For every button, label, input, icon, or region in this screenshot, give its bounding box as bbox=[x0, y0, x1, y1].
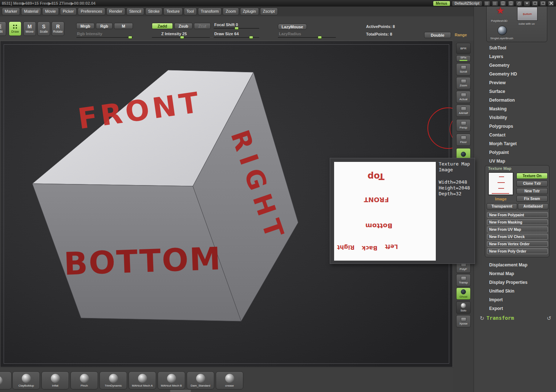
menu-transform[interactable]: Transform bbox=[198, 8, 222, 15]
aahalf-button[interactable]: AAHalf bbox=[456, 105, 471, 117]
tool-thumbnail[interactable]: Bottom bbox=[517, 7, 537, 21]
menu-zscript[interactable]: Zscript bbox=[260, 8, 278, 15]
brush-trimdynamic[interactable]: TrimDynamic bbox=[100, 371, 127, 389]
zadd-button[interactable]: Zadd bbox=[152, 23, 173, 29]
rotate-mode-button[interactable]: R Rotate bbox=[52, 21, 64, 36]
menu-stencil[interactable]: Stencil bbox=[126, 8, 144, 15]
menu-zplugin[interactable]: Zplugin bbox=[240, 8, 259, 15]
rgb-intensity-slider[interactable] bbox=[76, 37, 133, 38]
menu-marker[interactable]: Marker bbox=[2, 8, 20, 15]
paste-document-icon[interactable] bbox=[508, 1, 514, 6]
persp-button[interactable]: Persp bbox=[456, 119, 471, 131]
menu-stroke[interactable]: Stroke bbox=[145, 8, 163, 15]
actual-button[interactable]: Actual bbox=[456, 91, 471, 103]
lazyradius-handle[interactable] bbox=[318, 36, 322, 39]
brush-inflat[interactable]: Inflat bbox=[41, 371, 69, 389]
draw-size-slider[interactable] bbox=[214, 37, 259, 38]
copy-document-icon[interactable] bbox=[500, 1, 506, 6]
new-from-uv-check-button[interactable]: New From UV Check bbox=[487, 234, 548, 240]
brush-mahcut-mech-b[interactable]: MAHcut Mech B bbox=[158, 371, 185, 389]
menu-movie[interactable]: Movie bbox=[42, 8, 58, 15]
section-deformation[interactable]: Deformation bbox=[474, 96, 556, 105]
draw-mode-button[interactable]: Draw bbox=[9, 21, 21, 36]
menu-material[interactable]: Material bbox=[21, 8, 41, 15]
section-masking[interactable]: Masking bbox=[474, 105, 556, 113]
section-preview[interactable]: Preview bbox=[474, 78, 556, 87]
section-polypaint[interactable]: Polypaint bbox=[474, 148, 556, 157]
zcut-button[interactable]: Zcut bbox=[194, 23, 211, 29]
section-uv-map[interactable]: UV Map bbox=[474, 157, 556, 166]
edit-mode-button[interactable]: E Edit bbox=[0, 21, 6, 36]
draw-size-handle[interactable] bbox=[249, 36, 253, 39]
section-layers[interactable]: Layers bbox=[474, 52, 556, 61]
restore-window-icon[interactable] bbox=[532, 1, 538, 6]
new-from-poly-order-button[interactable]: New From Poly Order bbox=[487, 248, 548, 254]
focal-shift-slider[interactable] bbox=[214, 28, 259, 29]
section-morph-target[interactable]: Morph Target bbox=[474, 139, 556, 148]
section-unified-skin[interactable]: Unified Skin bbox=[474, 287, 556, 295]
texture-on-button[interactable]: Texture On bbox=[516, 173, 548, 179]
xpose-button[interactable]: Xpose bbox=[456, 315, 471, 327]
focal-shift-handle[interactable] bbox=[235, 27, 239, 30]
brush-mahcut-mech-a[interactable]: MAHcut Mech A bbox=[129, 371, 156, 389]
scale-mode-button[interactable]: S Scale bbox=[37, 21, 50, 36]
section-geometry-hd[interactable]: Geometry HD bbox=[474, 70, 556, 78]
brush-claybuildup[interactable]: ClayBuildup bbox=[12, 371, 40, 389]
double-button[interactable]: Double bbox=[424, 32, 451, 38]
rgb-intensity-handle[interactable] bbox=[128, 36, 132, 39]
new-from-masking-button[interactable]: New From Masking bbox=[487, 219, 548, 225]
shelf-slider-right-icon[interactable] bbox=[492, 1, 498, 6]
menu-tool[interactable]: Tool bbox=[184, 8, 197, 15]
shelf-slider-left-icon[interactable] bbox=[484, 1, 490, 6]
menu-preferences[interactable]: Preferences bbox=[78, 8, 105, 15]
solo-button[interactable]: Solo bbox=[456, 301, 471, 314]
menu-texture[interactable]: Texture bbox=[163, 8, 182, 15]
texture-map-thumbnail[interactable] bbox=[488, 172, 514, 195]
section-export[interactable]: Export bbox=[474, 304, 556, 313]
antialiased-button[interactable]: Antialiased bbox=[518, 203, 548, 209]
new-from-vertex-order-button[interactable]: New From Vertex Order bbox=[487, 241, 548, 247]
texture-map-panel-header[interactable]: Texture Map bbox=[488, 166, 511, 171]
tray-scrollbar[interactable] bbox=[170, 390, 191, 392]
move-mode-button[interactable]: M Move bbox=[23, 21, 36, 36]
single-layer-brush-icon[interactable] bbox=[498, 26, 507, 35]
menus-button[interactable]: Menus bbox=[433, 1, 450, 6]
transp-button[interactable]: Transp bbox=[456, 274, 471, 286]
z-intensity-handle[interactable] bbox=[180, 36, 184, 39]
scroll-button[interactable]: Scroll bbox=[456, 63, 471, 75]
clone-txtr-button[interactable]: Clone Txtr bbox=[516, 180, 548, 187]
menu-picker[interactable]: Picker bbox=[60, 8, 77, 15]
brush-pinch[interactable]: Pinch bbox=[70, 371, 98, 389]
section-surface[interactable]: Surface bbox=[474, 87, 556, 96]
brush-dam-standard[interactable]: Dam_Standard bbox=[187, 371, 214, 389]
zoom-button[interactable]: Zoom bbox=[456, 77, 471, 89]
mrgb-button[interactable]: Mrgb bbox=[76, 23, 94, 29]
default-zscript-button[interactable]: DefaultZScript bbox=[452, 1, 482, 6]
zsub-button[interactable]: Zsub bbox=[174, 23, 192, 29]
ghost-button[interactable]: Ghost bbox=[456, 287, 471, 300]
section-visibility[interactable]: Visibility bbox=[474, 113, 556, 122]
fix-seam-button[interactable]: Fix Seam bbox=[516, 196, 548, 202]
bpr-button[interactable]: BPR bbox=[456, 43, 471, 54]
new-from-uv-map-button[interactable]: New From UV Map bbox=[487, 226, 548, 232]
lock-icon[interactable] bbox=[516, 1, 522, 6]
section-displacement-map[interactable]: Displacement Map bbox=[474, 261, 556, 269]
rgb-button[interactable]: Rgb bbox=[96, 23, 113, 29]
brush-button-partial[interactable] bbox=[0, 371, 12, 389]
transparent-button[interactable]: Transparent bbox=[487, 203, 517, 209]
section-normal-map[interactable]: Normal Map bbox=[474, 269, 556, 278]
spix-button[interactable]: SPix bbox=[456, 55, 471, 62]
new-txtr-button[interactable]: New Txtr bbox=[516, 188, 548, 194]
section-subtool[interactable]: SubTool bbox=[474, 44, 556, 52]
m-button[interactable]: M bbox=[114, 23, 133, 29]
section-import[interactable]: Import bbox=[474, 295, 556, 304]
close-icon[interactable] bbox=[548, 1, 554, 6]
brush-crease[interactable]: crease bbox=[216, 371, 243, 389]
floor-button[interactable]: Floor bbox=[456, 134, 471, 146]
history-undo-icon[interactable]: ↺ bbox=[547, 315, 551, 321]
section-contact[interactable]: Contact bbox=[474, 131, 556, 139]
section-polygroups[interactable]: Polygroups bbox=[474, 122, 556, 131]
transform-section[interactable]: ↻ Transform ↺ bbox=[474, 313, 556, 323]
menu-zoom[interactable]: Zoom bbox=[223, 8, 239, 15]
image-button[interactable]: Image bbox=[488, 197, 514, 201]
